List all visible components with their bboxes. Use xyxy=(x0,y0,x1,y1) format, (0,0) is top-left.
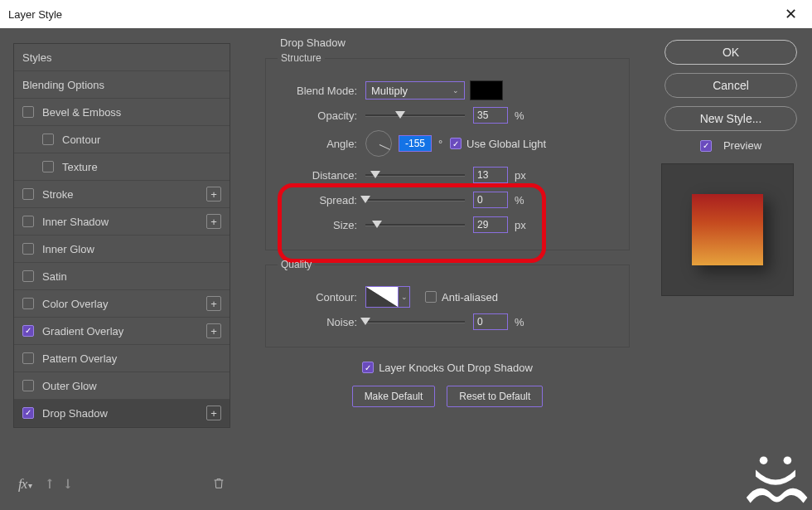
effect-title: Drop Shadow xyxy=(280,36,646,49)
angle-label: Angle: xyxy=(278,138,365,150)
style-item-label: Drop Shadow xyxy=(42,407,206,420)
plus-icon[interactable]: + xyxy=(206,187,221,202)
plus-icon[interactable]: + xyxy=(206,214,221,229)
style-item-outer-glow[interactable]: Outer Glow xyxy=(14,372,230,400)
preview-checkbox[interactable] xyxy=(700,140,712,152)
size-label: Size: xyxy=(278,219,365,231)
reset-default-button[interactable]: Reset to Default xyxy=(447,386,543,407)
antialiased-checkbox[interactable] xyxy=(425,291,437,303)
style-item-color-overlay[interactable]: Color Overlay + xyxy=(14,290,230,318)
style-item-drop-shadow[interactable]: Drop Shadow + xyxy=(14,400,230,427)
move-down-icon[interactable]: 🠗 xyxy=(62,478,74,491)
spread-slider[interactable] xyxy=(365,194,465,206)
noise-input[interactable] xyxy=(473,313,508,330)
style-item-inner-shadow[interactable]: Inner Shadow + xyxy=(14,208,230,236)
distance-slider[interactable] xyxy=(365,169,465,181)
checkbox[interactable] xyxy=(22,325,34,337)
style-item-label: Contour xyxy=(62,134,221,146)
checkbox[interactable] xyxy=(22,270,34,282)
style-item-bevel[interactable]: Bevel & Emboss xyxy=(14,99,230,126)
checkbox[interactable] xyxy=(42,134,54,145)
styles-header[interactable]: Styles xyxy=(14,44,230,71)
checkbox[interactable] xyxy=(22,298,34,309)
opacity-unit: % xyxy=(515,109,533,122)
size-slider[interactable] xyxy=(365,219,465,231)
style-item-pattern-overlay[interactable]: Pattern Overlay xyxy=(14,345,230,372)
new-style-button[interactable]: New Style... xyxy=(665,106,797,131)
style-item-texture[interactable]: Texture xyxy=(14,153,230,181)
contour-label: Contour: xyxy=(278,291,365,304)
size-unit: px xyxy=(515,219,533,231)
watermark-icon xyxy=(742,451,809,507)
noise-unit: % xyxy=(515,316,533,328)
antialiased-label: Anti-aliased xyxy=(442,291,498,304)
style-item-label: Texture xyxy=(62,161,221,173)
spread-input[interactable] xyxy=(473,192,508,208)
shadow-color-swatch[interactable] xyxy=(470,80,503,100)
move-up-icon[interactable]: 🠕 xyxy=(44,478,56,491)
noise-label: Noise: xyxy=(278,316,365,328)
checkbox[interactable] xyxy=(22,380,34,391)
distance-label: Distance: xyxy=(278,169,365,182)
style-item-contour[interactable]: Contour xyxy=(14,126,230,153)
quality-legend: Quality xyxy=(278,259,315,270)
effect-settings: Drop Shadow Structure Blend Mode: Multip… xyxy=(249,36,646,407)
checkbox[interactable] xyxy=(22,106,34,118)
preview-gradient xyxy=(692,194,763,265)
checkbox[interactable] xyxy=(22,407,34,419)
fx-menu[interactable]: fx xyxy=(18,476,27,492)
style-item-label: Pattern Overlay xyxy=(42,352,221,365)
style-item-label: Outer Glow xyxy=(42,380,221,392)
global-light-checkbox[interactable] xyxy=(450,138,462,149)
noise-slider[interactable] xyxy=(365,316,465,328)
chevron-down-icon[interactable]: ▾ xyxy=(28,481,32,490)
style-item-label: Bevel & Emboss xyxy=(42,106,221,119)
styles-panel: Styles Blending Options Bevel & Emboss C… xyxy=(13,43,230,498)
contour-swatch[interactable] xyxy=(365,286,399,308)
blending-options[interactable]: Blending Options xyxy=(14,71,230,99)
checkbox[interactable] xyxy=(22,216,34,227)
global-light-label: Use Global Light xyxy=(466,138,546,150)
title-bar: Layer Style ✕ xyxy=(0,0,812,28)
opacity-slider[interactable] xyxy=(365,109,465,121)
preview-label: Preview xyxy=(723,139,761,152)
style-item-stroke[interactable]: Stroke + xyxy=(14,181,230,208)
distance-input[interactable] xyxy=(473,167,508,183)
checkbox[interactable] xyxy=(22,188,34,200)
style-item-label: Inner Glow xyxy=(42,243,221,255)
blend-mode-value: Multiply xyxy=(371,85,408,97)
ok-button[interactable]: OK xyxy=(665,40,797,65)
angle-dial[interactable] xyxy=(365,130,392,157)
angle-input[interactable] xyxy=(399,135,432,152)
right-panel: OK Cancel New Style... Preview xyxy=(661,40,800,296)
checkbox[interactable] xyxy=(22,352,34,364)
checkbox[interactable] xyxy=(22,243,34,255)
styles-list: Styles Blending Options Bevel & Emboss C… xyxy=(13,43,230,428)
style-item-label: Color Overlay xyxy=(42,298,206,310)
styles-footer: fx▾ 🠕 🠗 xyxy=(13,470,230,498)
knocks-out-label: Layer Knocks Out Drop Shadow xyxy=(379,362,533,374)
contour-picker[interactable]: ⌄ xyxy=(399,286,410,308)
knocks-out-checkbox[interactable] xyxy=(362,362,374,373)
structure-group: Structure Blend Mode: Multiply ⌄ Opacity… xyxy=(265,52,630,250)
trash-icon[interactable] xyxy=(212,477,225,493)
checkbox[interactable] xyxy=(42,161,54,172)
distance-unit: px xyxy=(515,169,533,182)
style-item-label: Satin xyxy=(42,270,221,283)
plus-icon[interactable]: + xyxy=(206,406,221,420)
plus-icon[interactable]: + xyxy=(206,296,221,311)
style-item-gradient-overlay[interactable]: Gradient Overlay + xyxy=(14,318,230,345)
blend-mode-select[interactable]: Multiply ⌄ xyxy=(365,81,465,100)
opacity-input[interactable] xyxy=(473,107,508,124)
spread-unit: % xyxy=(515,194,533,206)
cancel-button[interactable]: Cancel xyxy=(665,73,797,98)
dialog-body: Styles Blending Options Bevel & Emboss C… xyxy=(0,28,812,510)
make-default-button[interactable]: Make Default xyxy=(352,386,436,407)
window-title: Layer Style xyxy=(8,8,62,21)
close-icon[interactable]: ✕ xyxy=(778,3,804,25)
plus-icon[interactable]: + xyxy=(206,323,221,338)
style-item-inner-glow[interactable]: Inner Glow xyxy=(14,236,230,263)
style-item-satin[interactable]: Satin xyxy=(14,263,230,290)
size-input[interactable] xyxy=(473,216,508,233)
preview-thumbnail xyxy=(661,163,794,296)
